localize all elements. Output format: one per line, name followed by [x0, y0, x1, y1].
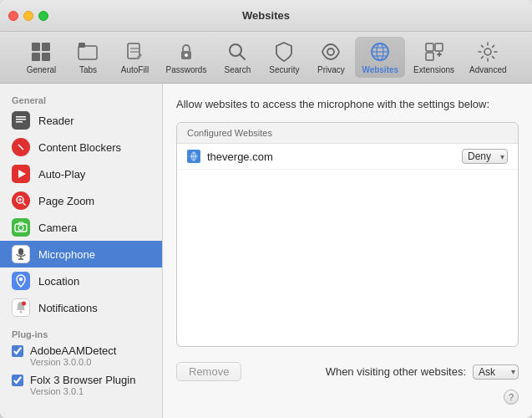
svg-point-41: [20, 311, 23, 314]
sidebar-item-page-zoom[interactable]: Page Zoom: [0, 187, 162, 214]
bottom-bar: Remove When visiting other websites: Ask…: [176, 355, 519, 383]
websites-icon: [368, 40, 392, 64]
passwords-icon: [175, 40, 198, 64]
toolbar-extensions[interactable]: Extensions: [407, 37, 461, 78]
toolbar-tabs[interactable]: Tabs: [65, 37, 110, 78]
tabs-icon: [76, 40, 99, 64]
toolbar-privacy-label: Privacy: [317, 65, 345, 74]
location-icon: [12, 272, 30, 290]
visiting-label: When visiting other websites:: [326, 365, 466, 378]
advanced-icon: [476, 40, 499, 64]
toolbar-general-label: General: [27, 65, 57, 74]
svg-rect-25: [16, 121, 23, 123]
plugin-adobeaam[interactable]: AdobeAAMDetect Version 3.0.0.0: [0, 341, 162, 370]
microphone-icon: [12, 245, 30, 263]
notifications-icon: [12, 298, 30, 317]
site-list: theverge.com Deny Ask Allow: [177, 144, 518, 346]
maximize-button[interactable]: [38, 11, 48, 21]
plugin-folx-checkbox[interactable]: [12, 375, 23, 386]
window-title: Websites: [242, 9, 290, 22]
svg-point-22: [484, 48, 491, 55]
sidebar-general-section: General: [0, 92, 162, 107]
visiting-select[interactable]: Ask Deny Allow: [473, 364, 519, 380]
svg-point-13: [327, 48, 334, 55]
svg-point-10: [185, 54, 188, 57]
plugin-folx[interactable]: Folx 3 Browser Plugin Version 3.0.1: [0, 370, 162, 400]
right-panel: Allow websites to access the microphone …: [163, 84, 532, 418]
toolbar-autofill-label: AutoFill: [121, 65, 149, 74]
table-row: theverge.com Deny Ask Allow: [177, 144, 518, 170]
toolbar-autofill[interactable]: AutoFill: [112, 37, 157, 78]
remove-button[interactable]: Remove: [176, 362, 241, 381]
sidebar-item-camera[interactable]: Camera: [0, 214, 162, 241]
svg-point-36: [18, 226, 23, 231]
toolbar-privacy[interactable]: Privacy: [308, 37, 353, 78]
close-button[interactable]: [8, 11, 18, 21]
content-blockers-icon: [12, 138, 30, 156]
sidebar-item-reader[interactable]: Reader: [0, 107, 162, 134]
svg-rect-20: [435, 43, 443, 51]
sidebar-item-content-blockers[interactable]: Content Blockers: [0, 134, 162, 161]
svg-rect-4: [79, 46, 97, 59]
sidebar-item-reader-label: Reader: [38, 115, 74, 127]
svg-rect-0: [32, 43, 40, 51]
main-window: Websites General Tabs AutoFill Password: [0, 0, 532, 418]
toolbar-security-label: Security: [269, 65, 299, 74]
sidebar-item-camera-label: Camera: [38, 222, 77, 234]
plugin-folx-version: Version 3.0.1: [30, 386, 135, 396]
permission-select[interactable]: Deny Ask Allow: [462, 149, 508, 164]
site-name: theverge.com: [207, 150, 455, 163]
toolbar-extensions-label: Extensions: [413, 65, 454, 74]
traffic-lights: [8, 11, 48, 21]
sidebar-item-location[interactable]: Location: [0, 268, 162, 294]
search-icon: [225, 40, 249, 64]
sidebar-item-notifications[interactable]: Notifications: [0, 294, 162, 321]
sidebar-item-pagezoom-label: Page Zoom: [38, 195, 94, 207]
autoplay-icon: [12, 165, 30, 183]
general-icon: [29, 40, 53, 64]
svg-rect-21: [426, 53, 433, 60]
plugin-adobeaam-version: Version 3.0.0.0: [30, 357, 116, 367]
toolbar-advanced[interactable]: Advanced: [463, 37, 513, 78]
svg-rect-5: [79, 43, 85, 48]
svg-line-12: [240, 54, 245, 59]
permission-select-wrapper: Deny Ask Allow: [462, 149, 508, 164]
bottom-footer: ?: [176, 386, 519, 405]
sidebar-item-auto-play[interactable]: Auto-Play: [0, 161, 162, 187]
plugin-adobeaam-checkbox[interactable]: [12, 345, 23, 357]
pagezoom-icon: [12, 191, 30, 210]
autofill-icon: [123, 40, 146, 64]
configured-sites-box: Configured Websites theverge.com Deny As…: [176, 122, 519, 347]
panel-description: Allow websites to access the microphone …: [176, 97, 519, 112]
visiting-row: When visiting other websites: Ask Deny A…: [326, 364, 519, 380]
sidebar-item-microphone[interactable]: Microphone: [0, 241, 162, 268]
site-favicon: [187, 150, 200, 163]
toolbar-passwords-label: Passwords: [165, 65, 206, 74]
main-content: General Reader Content Blockers Auto-Pla…: [0, 84, 532, 418]
svg-point-30: [13, 193, 28, 208]
visiting-select-wrapper: Ask Deny Allow: [473, 364, 519, 380]
toolbar-websites-label: Websites: [362, 65, 398, 74]
help-button[interactable]: ?: [504, 390, 519, 405]
toolbar-tabs-label: Tabs: [79, 65, 97, 74]
svg-rect-24: [16, 119, 26, 120]
toolbar-general[interactable]: General: [18, 37, 63, 78]
sidebar: General Reader Content Blockers Auto-Pla…: [0, 84, 163, 418]
svg-rect-1: [42, 43, 50, 51]
toolbar-websites[interactable]: Websites: [355, 37, 405, 78]
title-bar: Websites: [0, 0, 532, 32]
plugin-folx-name: Folx 3 Browser Plugin: [30, 374, 135, 386]
toolbar-search[interactable]: Search: [215, 37, 260, 78]
sidebar-plugins-section: Plug-ins: [0, 326, 162, 341]
toolbar-passwords[interactable]: Passwords: [159, 37, 213, 78]
svg-rect-37: [18, 248, 23, 255]
svg-point-40: [19, 278, 23, 281]
toolbar-security[interactable]: Security: [261, 37, 307, 78]
privacy-icon: [319, 40, 342, 64]
sidebar-item-location-label: Location: [38, 275, 79, 288]
minimize-button[interactable]: [23, 11, 33, 21]
svg-rect-2: [32, 53, 40, 61]
security-icon: [272, 40, 296, 64]
extensions-icon: [423, 40, 446, 64]
toolbar-search-label: Search: [225, 65, 251, 74]
